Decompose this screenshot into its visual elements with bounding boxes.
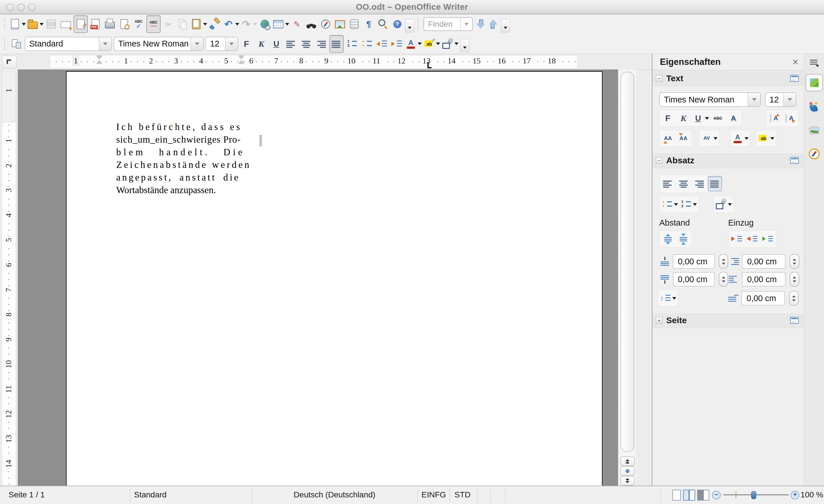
paragraph-background-button[interactable] [715,197,732,211]
dropdown-arrow-icon[interactable] [454,42,458,45]
dropdown-arrow-icon[interactable] [39,23,43,25]
previous-page-button[interactable] [620,457,635,466]
first-line-indent-field[interactable]: 0,00 cm [741,291,785,305]
dropdown-arrow-icon[interactable] [436,42,440,45]
sidebar-font-size-combo[interactable]: 12 [765,92,797,107]
zoom-in-button[interactable]: + [791,491,799,499]
vertical-ruler[interactable]: 11234567891011121314 [0,70,18,486]
insert-table-button[interactable] [273,16,289,32]
italic-button[interactable] [255,35,268,52]
paragraph-style-window-button[interactable] [10,35,23,52]
shadow-button[interactable] [727,111,740,125]
spelling-button[interactable] [132,16,145,32]
expand-icon[interactable]: + [656,317,662,323]
tab-gallery[interactable] [806,122,822,138]
background-color-button[interactable] [442,35,458,52]
font-name-combo[interactable]: Times New Roman [114,37,204,51]
find-previous-button[interactable] [488,18,498,30]
text-dialog-launcher-icon[interactable] [790,75,799,82]
character-spacing-dropdown-arrow[interactable] [714,137,718,140]
align-left-button[interactable] [285,35,298,52]
find-next-button[interactable] [476,18,486,30]
bullet-list-dropdown-arrow[interactable] [674,203,678,206]
spacing-below-field[interactable]: 0,00 cm [673,272,715,286]
toolbar-overflow-button[interactable] [460,39,470,52]
line-spacing-dropdown-arrow[interactable] [672,297,676,300]
insert-mode-status[interactable]: EINFG [421,490,446,499]
strikethrough-button[interactable] [711,111,724,125]
switch-indent-button[interactable] [761,232,775,246]
dropdown-arrow-icon[interactable] [285,23,289,25]
increase-indent-button[interactable] [390,35,403,52]
tab-properties[interactable] [806,74,823,91]
new-document-button[interactable] [9,16,26,32]
auto-spellcheck-button[interactable] [146,15,161,33]
dropdown-arrow-icon[interactable] [22,23,26,25]
uppercase-button[interactable] [661,131,675,145]
numbered-list-button[interactable] [345,35,358,52]
close-sidebar-icon[interactable]: ✕ [792,58,799,67]
find-input[interactable]: Finden [423,17,473,31]
selection-mode-status[interactable]: STD [454,490,471,499]
font-name-dropdown[interactable] [191,37,203,51]
vertical-scrollbar[interactable] [618,70,636,486]
justify-button[interactable] [329,35,344,53]
sidebar-align-right-button[interactable] [692,177,706,191]
spacing-below-stepper[interactable] [719,272,728,287]
sidebar-bullet-list-button[interactable] [661,197,678,211]
tab-styles[interactable] [806,99,822,115]
sidebar-highlighting-button[interactable] [758,131,775,145]
find-toolbar-overflow-button[interactable] [501,19,510,32]
find-dropdown-arrow[interactable] [460,18,472,30]
collapse-icon[interactable]: − [656,157,662,164]
line-spacing-button[interactable] [659,291,676,305]
draw-functions-button[interactable] [290,16,304,32]
increase-indent-button[interactable] [730,232,743,246]
paragraph-section-header[interactable]: − Absatz [652,153,804,168]
highlighting-button[interactable] [423,35,440,52]
page-style-status[interactable]: Standard [134,490,167,499]
decrease-font-size-button[interactable] [784,111,797,125]
next-page-button[interactable] [620,476,635,486]
sidebar-numbered-list-button[interactable] [680,197,697,211]
indent-before-field[interactable]: 0,00 cm [742,254,786,269]
indent-after-field[interactable]: 0,00 cm [742,272,786,286]
find-replace-button[interactable] [305,16,318,32]
indent-before-stepper[interactable] [790,254,799,269]
undo-button[interactable] [223,16,239,32]
page-dialog-launcher-icon[interactable] [790,317,799,324]
bold-button[interactable] [661,111,675,125]
collapse-icon[interactable]: − [656,75,662,82]
align-center-button[interactable] [300,35,313,52]
sidebar-justify-button[interactable] [708,176,722,191]
paragraph-style-dropdown[interactable] [99,37,111,51]
dropdown-arrow-icon[interactable] [235,23,239,25]
toolbar-overflow-button[interactable] [405,19,414,32]
page-section-header[interactable]: + Seite [652,313,804,328]
font-color-button[interactable] [405,35,422,52]
paragraph-text[interactable]: Ich befürchte, dass es sich_um_ein_schwi… [116,120,261,196]
edit-file-button[interactable] [74,15,88,33]
tab-navigator[interactable] [806,146,822,162]
align-right-button[interactable] [314,35,328,52]
single-page-view-button[interactable] [672,490,681,501]
page-number-status[interactable]: Seite 1 / 1 [9,490,45,499]
scrollbar-thumb[interactable] [621,72,634,452]
numbered-list-dropdown-arrow[interactable] [693,203,697,206]
page-preview-button[interactable] [118,16,131,32]
export-pdf-button[interactable] [89,16,102,32]
highlighting-dropdown-arrow[interactable] [770,137,775,140]
zoom-button[interactable] [377,16,390,32]
character-spacing-button[interactable] [701,131,718,145]
font-size-dropdown[interactable] [225,37,237,51]
paste-button[interactable] [191,16,207,32]
zoom-slider-thumb[interactable] [751,491,756,499]
hyperlink-button[interactable] [258,16,272,32]
text-section-header[interactable]: − Text [652,71,804,86]
dropdown-arrow-icon[interactable] [203,23,207,25]
multi-page-view-button[interactable] [683,490,689,501]
tab-stop-type-button[interactable] [2,56,17,68]
font-color-dropdown-arrow[interactable] [744,137,748,140]
sidebar-font-color-button[interactable] [732,131,748,145]
formatting-marks-button[interactable] [362,16,375,32]
